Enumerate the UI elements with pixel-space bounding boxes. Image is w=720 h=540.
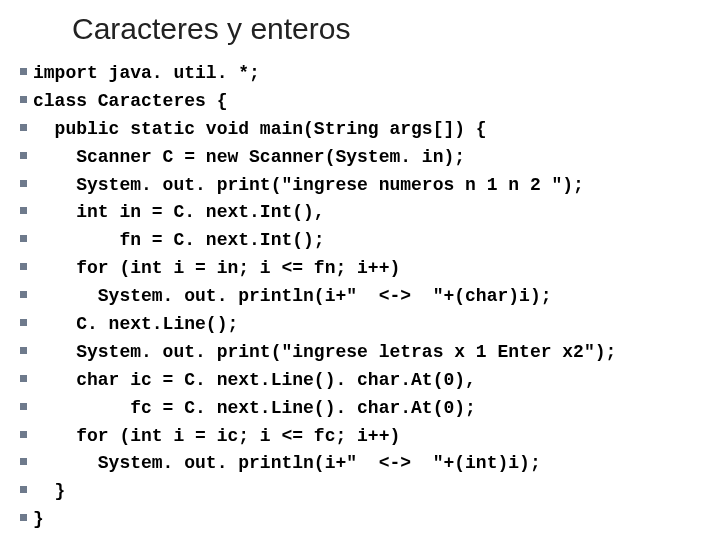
code-text: } — [33, 478, 65, 506]
code-line: System. out. println(i+" <-> "+(int)i); — [20, 450, 720, 478]
code-line: Scanner C = new Scanner(System. in); — [20, 144, 720, 172]
bullet-icon — [20, 486, 27, 493]
code-line: } — [20, 478, 720, 506]
bullet-icon — [20, 375, 27, 382]
bullet-icon — [20, 431, 27, 438]
code-line: int in = C. next.Int(), — [20, 199, 720, 227]
bullet-icon — [20, 458, 27, 465]
code-line: for (int i = in; i <= fn; i++) — [20, 255, 720, 283]
code-line: for (int i = ic; i <= fc; i++) — [20, 423, 720, 451]
bullet-icon — [20, 235, 27, 242]
code-line: } — [20, 506, 720, 534]
bullet-icon — [20, 207, 27, 214]
code-text: System. out. print("ingrese letras x 1 E… — [33, 339, 616, 367]
code-line: C. next.Line(); — [20, 311, 720, 339]
code-text: for (int i = ic; i <= fc; i++) — [33, 423, 400, 451]
bullet-icon — [20, 291, 27, 298]
bullet-icon — [20, 403, 27, 410]
code-text: } — [33, 506, 44, 534]
code-text: fc = C. next.Line(). char.At(0); — [33, 395, 476, 423]
bullet-icon — [20, 180, 27, 187]
bullet-icon — [20, 319, 27, 326]
code-text: C. next.Line(); — [33, 311, 238, 339]
code-text: import java. util. *; — [33, 60, 260, 88]
bullet-icon — [20, 124, 27, 131]
code-line: System. out. println(i+" <-> "+(char)i); — [20, 283, 720, 311]
code-line: fc = C. next.Line(). char.At(0); — [20, 395, 720, 423]
bullet-icon — [20, 152, 27, 159]
code-line: System. out. print("ingrese letras x 1 E… — [20, 339, 720, 367]
code-text: System. out. println(i+" <-> "+(int)i); — [33, 450, 541, 478]
code-text: char ic = C. next.Line(). char.At(0), — [33, 367, 476, 395]
code-text: for (int i = in; i <= fn; i++) — [33, 255, 400, 283]
page-title: Caracteres y enteros — [0, 0, 720, 60]
code-line: System. out. print("ingrese numeros n 1 … — [20, 172, 720, 200]
code-text: System. out. println(i+" <-> "+(char)i); — [33, 283, 551, 311]
code-text: public static void main(String args[]) { — [33, 116, 487, 144]
code-line: fn = C. next.Int(); — [20, 227, 720, 255]
code-text: int in = C. next.Int(), — [33, 199, 325, 227]
code-line: public static void main(String args[]) { — [20, 116, 720, 144]
code-text: Scanner C = new Scanner(System. in); — [33, 144, 465, 172]
bullet-icon — [20, 514, 27, 521]
code-text: class Caracteres { — [33, 88, 227, 116]
code-line: class Caracteres { — [20, 88, 720, 116]
code-line: import java. util. *; — [20, 60, 720, 88]
bullet-icon — [20, 68, 27, 75]
code-text: System. out. print("ingrese numeros n 1 … — [33, 172, 584, 200]
code-text: fn = C. next.Int(); — [33, 227, 325, 255]
bullet-icon — [20, 263, 27, 270]
code-line: char ic = C. next.Line(). char.At(0), — [20, 367, 720, 395]
bullet-icon — [20, 347, 27, 354]
bullet-icon — [20, 96, 27, 103]
code-block: import java. util. *; class Caracteres {… — [0, 60, 720, 534]
